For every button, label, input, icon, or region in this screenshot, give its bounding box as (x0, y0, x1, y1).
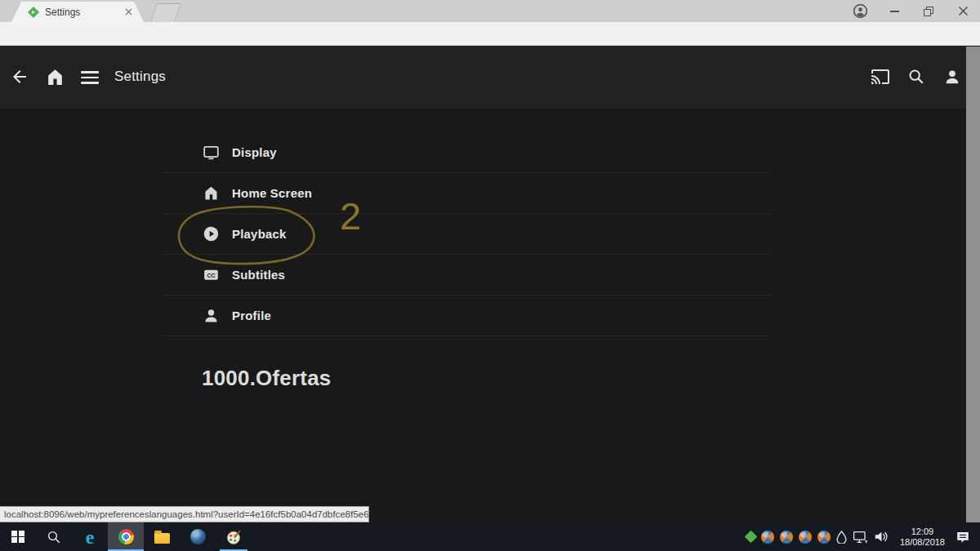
chrome-icon (118, 529, 134, 544)
user-button[interactable] (943, 68, 961, 86)
network-icon[interactable] (853, 531, 868, 544)
taskbar-search-button[interactable] (36, 522, 72, 551)
app-home-button[interactable] (45, 67, 65, 87)
window-restore-button[interactable] (911, 0, 946, 22)
menu-item-label: Profile (232, 309, 271, 322)
droplet-icon[interactable] (836, 531, 847, 544)
tab-close-icon[interactable] (125, 8, 132, 16)
tray-app-icon[interactable] (761, 531, 774, 544)
browser-tab-settings[interactable]: Settings (11, 2, 144, 22)
hamburger-icon (81, 71, 99, 73)
taskbar-paint-app-button[interactable] (216, 522, 252, 551)
clock-time: 12:09 (900, 527, 945, 537)
display-icon (203, 144, 220, 161)
menu-item-label: Display (232, 145, 277, 159)
tab-title: Settings (45, 7, 125, 18)
windows-logo-icon (11, 531, 24, 544)
browser-toolbar: i localhost:8096/web/index.html#!/mypref… (0, 22, 980, 46)
menu-item-profile[interactable]: Profile (163, 295, 771, 336)
window-close-button[interactable] (946, 0, 980, 22)
person-icon (943, 68, 961, 86)
home-icon (203, 184, 220, 202)
restore-icon (924, 7, 933, 16)
search-icon (47, 530, 61, 544)
start-button[interactable] (0, 522, 36, 551)
windows-taskbar: e (0, 522, 980, 551)
browser-tabstrip: Settings (0, 0, 980, 22)
server-name-heading: 1000.Ofertas (202, 366, 332, 391)
emby-settings-page: Settings Display Home Screen (0, 46, 980, 522)
edge-icon: e (86, 527, 95, 547)
taskbar-explorer-button[interactable] (144, 522, 180, 551)
emby-favicon-icon (28, 6, 39, 17)
close-icon (958, 6, 969, 16)
new-tab-button[interactable] (150, 3, 181, 22)
paint-palette-icon (225, 529, 242, 545)
taskbar-sphere-app-button[interactable] (180, 522, 216, 551)
cast-icon (871, 67, 890, 87)
cast-button[interactable] (871, 67, 890, 87)
tray-app-icon[interactable] (780, 531, 793, 544)
handwritten-number-annotation: 2 (340, 193, 361, 238)
menu-item-display[interactable]: Display (163, 132, 771, 173)
search-icon (907, 68, 925, 86)
taskbar-chrome-button[interactable] (108, 522, 144, 551)
clock-date: 18/08/2018 (900, 537, 945, 548)
window-minimize-button[interactable] (877, 0, 911, 22)
person-icon (203, 307, 220, 324)
arrow-left-icon (10, 67, 29, 87)
home-icon (45, 67, 65, 87)
emby-tray-icon[interactable] (745, 531, 758, 544)
minimize-icon (890, 11, 899, 12)
app-header: Settings (0, 46, 980, 109)
desktop-screen: Settings (0, 0, 980, 551)
tray-app-icon[interactable] (799, 531, 812, 544)
browser-profile-icon[interactable] (843, 0, 877, 22)
menu-item-label: Home Screen (232, 186, 312, 200)
file-explorer-icon (154, 533, 170, 544)
app-back-button[interactable] (10, 67, 29, 87)
handwritten-circle-annotation (170, 201, 325, 276)
search-button[interactable] (907, 68, 925, 86)
window-controls (843, 0, 980, 22)
action-center-icon[interactable] (956, 530, 970, 544)
page-scrollbar[interactable] (966, 47, 980, 522)
taskbar-edge-button[interactable]: e (72, 522, 108, 551)
link-preview-statusbar: localhost:8096/web/mypreferenceslanguage… (0, 506, 369, 522)
system-tray: 12:09 18/08/2018 (746, 522, 980, 551)
volume-icon[interactable] (874, 530, 889, 544)
app-menu-button[interactable] (81, 71, 99, 84)
page-title: Settings (114, 69, 166, 85)
taskbar-clock[interactable]: 12:09 18/08/2018 (895, 527, 950, 548)
tray-app-icon[interactable] (817, 531, 831, 544)
blue-sphere-app-icon (190, 529, 206, 544)
